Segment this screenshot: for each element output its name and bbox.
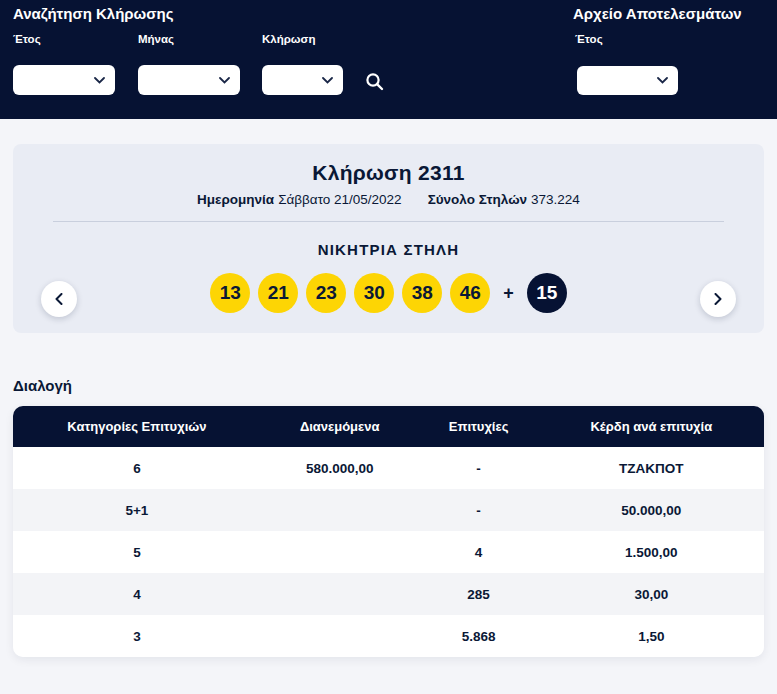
table-row: 541.500,00 xyxy=(13,531,764,573)
draw-columns: Σύνολο Στηλών373.224 xyxy=(428,192,580,207)
table-cell: 285 xyxy=(419,587,539,602)
draw-label: Κλήρωση xyxy=(262,33,315,45)
draw-meta: ΗμερομηνίαΣάββατο 21/05/2022 Σύνολο Στηλ… xyxy=(13,192,764,207)
table-header-row: Κατηγορίες ΕπιτυχιώνΔιανεμόμεναΕπιτυχίες… xyxy=(13,406,764,447)
table-body: 6580.000,00-ΤΖΑΚΠΟΤ5+1-50.000,00541.500,… xyxy=(13,447,764,657)
table-cell: 1,50 xyxy=(539,629,764,644)
winning-numbers-row: 132123303846 + 15 xyxy=(13,273,764,313)
number-ball: 23 xyxy=(306,273,346,313)
previous-draw-button[interactable] xyxy=(41,281,77,317)
draw-select[interactable] xyxy=(262,65,343,95)
year-select[interactable] xyxy=(13,65,115,95)
winning-column-title: ΝΙΚΗΤΡΙΑ ΣΤΗΛΗ xyxy=(13,241,764,258)
search-icon xyxy=(365,72,384,91)
table-header-cell: Κατηγορίες Επιτυχιών xyxy=(13,419,261,434)
table-header-cell: Επιτυχίες xyxy=(419,419,539,434)
year-label: Έτος xyxy=(13,33,41,45)
top-header: Αναζήτηση Κλήρωσης Έτος Μήνας Κλήρωση Αρ… xyxy=(0,0,777,119)
table-cell: 5+1 xyxy=(13,503,261,518)
chevron-right-icon xyxy=(714,293,722,305)
chevron-down-icon xyxy=(219,77,230,84)
columns-value: 373.224 xyxy=(531,192,580,207)
table-row: 35.8681,50 xyxy=(13,615,764,657)
main-content: Κλήρωση 2311 ΗμερομηνίαΣάββατο 21/05/202… xyxy=(0,144,777,657)
table-cell: 5.868 xyxy=(419,629,539,644)
table-cell: 50.000,00 xyxy=(539,503,764,518)
archive-section-title: Αρχείο Αποτελεσμάτων xyxy=(573,5,742,22)
table-cell: - xyxy=(419,503,539,518)
results-table: Κατηγορίες ΕπιτυχιώνΔιανεμόμεναΕπιτυχίες… xyxy=(13,406,764,657)
date-value: Σάββατο 21/05/2022 xyxy=(278,192,401,207)
chevron-down-icon xyxy=(94,77,105,84)
table-cell: 4 xyxy=(419,545,539,560)
number-ball: 30 xyxy=(354,273,394,313)
month-label: Μήνας xyxy=(138,33,174,45)
month-select[interactable] xyxy=(138,65,240,95)
next-draw-button[interactable] xyxy=(700,281,736,317)
table-cell: ΤΖΑΚΠΟΤ xyxy=(539,461,764,476)
number-ball: 13 xyxy=(210,273,250,313)
chevron-down-icon xyxy=(657,77,668,84)
draw-title: Κλήρωση 2311 xyxy=(13,144,764,185)
chevron-down-icon xyxy=(322,77,333,84)
date-label: Ημερομηνία xyxy=(197,192,274,207)
table-row: 6580.000,00-ΤΖΑΚΠΟΤ xyxy=(13,447,764,489)
bonus-number-ball: 15 xyxy=(527,273,567,313)
number-ball: 46 xyxy=(450,273,490,313)
columns-label: Σύνολο Στηλών xyxy=(428,192,527,207)
table-cell: 6 xyxy=(13,461,261,476)
number-ball: 38 xyxy=(402,273,442,313)
search-section-title: Αναζήτηση Κλήρωσης xyxy=(13,5,174,22)
chevron-left-icon xyxy=(55,293,63,305)
table-row: 5+1-50.000,00 xyxy=(13,489,764,531)
plus-sign: + xyxy=(503,283,514,304)
card-divider xyxy=(53,221,724,222)
table-header-cell: Διανεμόμενα xyxy=(261,419,419,434)
table-header-cell: Κέρδη ανά επιτυχία xyxy=(539,419,764,434)
table-cell: 1.500,00 xyxy=(539,545,764,560)
archive-year-label: Έτος xyxy=(575,33,603,45)
table-cell: - xyxy=(419,461,539,476)
archive-year-select[interactable] xyxy=(577,66,678,95)
table-row: 428530,00 xyxy=(13,573,764,615)
results-section-title: Διαλογή xyxy=(13,377,764,394)
table-cell: 30,00 xyxy=(539,587,764,602)
table-cell: 580.000,00 xyxy=(261,461,419,476)
number-ball: 21 xyxy=(258,273,298,313)
table-cell: 3 xyxy=(13,629,261,644)
draw-date: ΗμερομηνίαΣάββατο 21/05/2022 xyxy=(197,192,402,207)
draw-result-card: Κλήρωση 2311 ΗμερομηνίαΣάββατο 21/05/202… xyxy=(13,144,764,333)
table-cell: 5 xyxy=(13,545,261,560)
table-cell: 4 xyxy=(13,587,261,602)
search-button[interactable] xyxy=(362,69,386,93)
